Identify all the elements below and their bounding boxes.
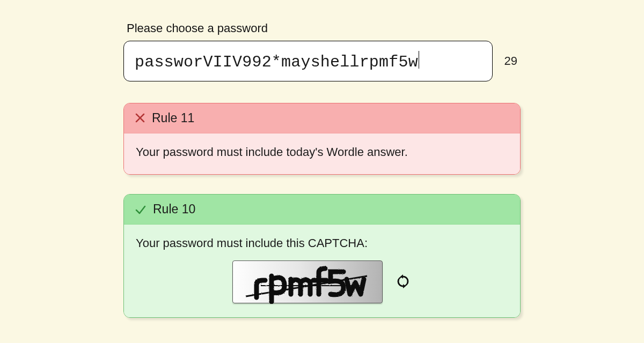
refresh-icon[interactable] (396, 274, 412, 290)
check-icon (135, 204, 147, 215)
x-icon (135, 113, 145, 123)
rule-number: Rule 11 (152, 111, 194, 125)
captcha-row (136, 260, 508, 303)
rule-number: Rule 10 (153, 202, 195, 217)
rule-card-10: Rule 10 Your password must include this … (123, 194, 521, 318)
svg-marker-3 (403, 284, 406, 288)
rule-body: Your password must include this CAPTCHA: (124, 225, 520, 317)
password-input[interactable]: passworVIIV992*mayshellrpmf5w (123, 41, 493, 81)
rule-card-11: Rule 11 Your password must include today… (123, 103, 521, 175)
password-value: passworVIIV992*mayshellrpmf5w (135, 53, 418, 71)
rule-text: Your password must include this CAPTCHA: (136, 235, 508, 252)
password-label: Please choose a password (127, 21, 521, 35)
text-caret (419, 51, 419, 69)
password-input-row: passworVIIV992*mayshellrpmf5w 29 (123, 41, 521, 81)
rule-text: Your password must include today's Wordl… (124, 133, 520, 175)
captcha-image (232, 260, 383, 303)
rule-header: Rule 11 (124, 103, 520, 133)
rule-header: Rule 10 (124, 195, 520, 225)
char-count: 29 (504, 54, 517, 68)
